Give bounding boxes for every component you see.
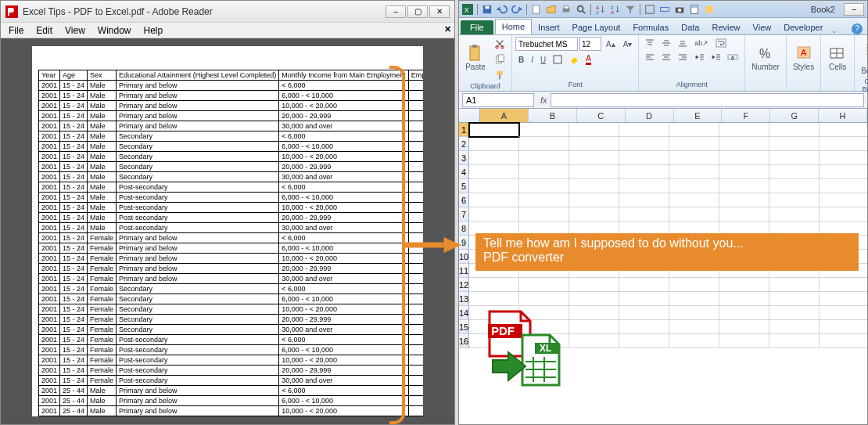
cell[interactable] — [469, 278, 519, 292]
tab-formulas[interactable]: Formulas — [626, 20, 675, 34]
tab-insert[interactable]: Insert — [532, 20, 566, 34]
tab-page-layout[interactable]: Page Layout — [566, 20, 627, 34]
cell[interactable] — [519, 278, 569, 292]
adobe-document-area[interactable]: YearAgeSexEducational Attainment (Highes… — [1, 38, 454, 424]
cell[interactable] — [569, 179, 619, 193]
row-header[interactable]: 13 — [459, 292, 469, 306]
cell[interactable] — [619, 137, 669, 151]
cell[interactable] — [769, 165, 820, 179]
cell[interactable] — [619, 165, 669, 179]
cell[interactable] — [569, 207, 619, 222]
increase-indent-icon[interactable] — [708, 51, 723, 63]
filter-icon[interactable] — [625, 4, 636, 15]
row-header[interactable]: 7 — [459, 207, 469, 222]
cut-button[interactable] — [491, 37, 508, 51]
cell[interactable] — [719, 137, 769, 151]
copy-button[interactable] — [491, 52, 508, 67]
cell[interactable] — [569, 193, 619, 207]
italic-button[interactable]: I — [528, 52, 536, 67]
print-icon[interactable] — [561, 4, 572, 15]
wrap-text-icon[interactable] — [712, 37, 730, 49]
cell[interactable] — [619, 179, 669, 193]
column-header[interactable]: B — [529, 109, 577, 122]
close-button[interactable]: ✕ — [429, 5, 450, 18]
cell[interactable] — [619, 207, 669, 222]
cell[interactable] — [469, 292, 519, 306]
tab-developer[interactable]: Developer — [777, 20, 829, 34]
cell[interactable] — [569, 292, 619, 306]
camera-icon[interactable] — [674, 4, 685, 15]
tab-home[interactable]: Home — [495, 19, 532, 34]
column-header[interactable]: H — [819, 109, 867, 122]
print-preview-icon[interactable] — [576, 4, 586, 15]
font-size-combo[interactable] — [579, 37, 601, 51]
cell[interactable] — [769, 278, 820, 292]
menu-view[interactable]: View — [60, 23, 90, 38]
formula-bar[interactable] — [551, 93, 864, 107]
cell[interactable] — [469, 179, 519, 193]
fx-icon[interactable]: fx — [540, 95, 547, 105]
cell[interactable] — [719, 151, 769, 165]
cell[interactable] — [820, 123, 867, 137]
cell[interactable] — [669, 137, 719, 151]
align-left-icon[interactable] — [642, 51, 658, 63]
column-header[interactable]: A — [480, 109, 529, 122]
cell[interactable] — [820, 165, 867, 179]
cell[interactable] — [469, 137, 519, 151]
redo-icon[interactable] — [511, 4, 522, 15]
row-header[interactable]: 12 — [459, 278, 469, 292]
cell[interactable] — [719, 179, 769, 193]
cell[interactable] — [519, 123, 569, 137]
border-button[interactable] — [550, 52, 565, 67]
cell[interactable] — [820, 306, 867, 320]
underline-button[interactable]: U — [537, 52, 549, 67]
menu-window[interactable]: Window — [93, 23, 136, 38]
new-icon[interactable] — [531, 4, 542, 15]
name-box[interactable] — [462, 93, 534, 107]
open-icon[interactable] — [546, 4, 557, 15]
cell[interactable] — [669, 292, 719, 306]
cell[interactable] — [469, 193, 519, 207]
minimize-button[interactable]: – — [386, 5, 406, 18]
cell[interactable] — [820, 151, 867, 165]
cell[interactable] — [719, 334, 769, 348]
row-header[interactable]: 5 — [459, 179, 469, 193]
cell[interactable] — [820, 320, 867, 334]
row-header[interactable]: 6 — [459, 193, 469, 207]
cell[interactable] — [669, 193, 719, 207]
cell[interactable] — [569, 306, 619, 320]
cell[interactable] — [769, 137, 820, 151]
cell[interactable] — [519, 207, 569, 222]
cell[interactable] — [820, 193, 867, 207]
cell[interactable] — [619, 292, 669, 306]
sort-asc-icon[interactable]: AZ — [595, 4, 606, 15]
cell[interactable] — [769, 320, 820, 334]
number-format-button[interactable]: % Number — [748, 37, 783, 77]
row-header[interactable]: 14 — [459, 306, 469, 320]
cell[interactable] — [669, 151, 719, 165]
cell[interactable] — [669, 334, 719, 348]
cells-button[interactable]: Cells — [824, 37, 851, 77]
cell[interactable] — [569, 123, 619, 137]
cell[interactable] — [469, 123, 519, 137]
row-header[interactable]: 2 — [459, 137, 469, 151]
cell[interactable] — [669, 165, 719, 179]
cell[interactable] — [769, 306, 820, 320]
cell[interactable] — [719, 193, 769, 207]
cell[interactable] — [519, 193, 569, 207]
decrease-font-icon[interactable]: A▾ — [620, 37, 636, 51]
cell[interactable] — [619, 306, 669, 320]
cell[interactable] — [719, 123, 769, 137]
cell[interactable] — [619, 123, 669, 137]
paste-button[interactable]: Paste — [462, 37, 489, 77]
cell[interactable] — [769, 334, 820, 348]
format-painter-button[interactable] — [491, 68, 508, 82]
cell[interactable] — [820, 179, 867, 193]
cell[interactable] — [719, 278, 769, 292]
align-bottom-icon[interactable] — [675, 37, 690, 49]
cell[interactable] — [519, 151, 569, 165]
row-header[interactable]: 15 — [459, 320, 469, 334]
undo-icon[interactable] — [497, 4, 508, 15]
cell[interactable] — [619, 193, 669, 207]
cell[interactable] — [719, 320, 769, 334]
